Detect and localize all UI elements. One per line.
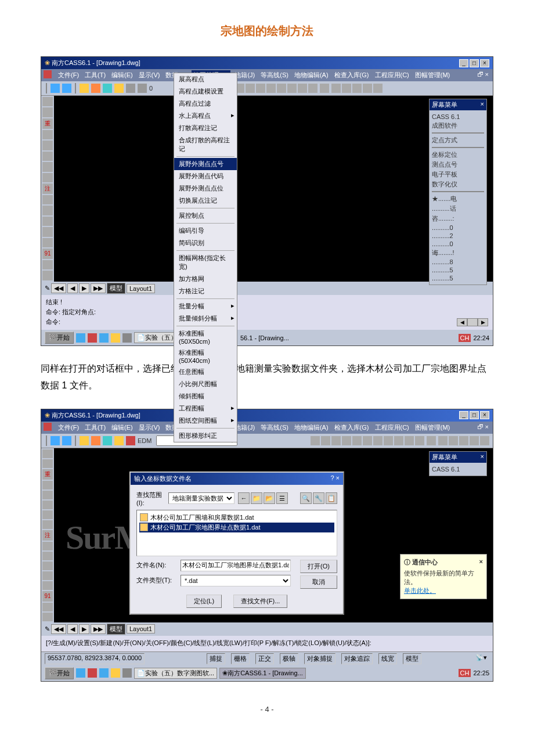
tool-icon[interactable]	[352, 436, 362, 445]
close-button[interactable]: ×	[480, 411, 489, 419]
zoom-icon[interactable]	[287, 84, 297, 93]
pencil-icon[interactable]	[352, 84, 362, 93]
minimize-button[interactable]: _	[459, 411, 468, 419]
find-file-button[interactable]: 查找文件(F)...	[233, 595, 287, 608]
task-button-active[interactable]: ❀南方CASS6.1 - [Drawing...	[219, 668, 306, 679]
quick-launch-icon[interactable]	[88, 333, 97, 343]
menu-item[interactable]: 批量倾斜分幅	[174, 312, 237, 325]
tool-icon[interactable]	[331, 84, 341, 93]
tool-icon[interactable]	[42, 542, 53, 550]
tool-icon[interactable]	[114, 436, 124, 445]
status-grid[interactable]: 栅格	[231, 653, 250, 664]
back-icon[interactable]: ←	[238, 492, 250, 504]
tool-icon[interactable]	[438, 436, 448, 445]
quick-launch-icon[interactable]	[88, 668, 97, 678]
scroll-left-icon[interactable]: ◀	[457, 318, 467, 326]
tool-icon[interactable]	[126, 84, 135, 93]
scroll-thumb[interactable]	[467, 318, 478, 326]
status-model[interactable]: 模型	[403, 653, 421, 664]
menu-item[interactable]: 倾斜图幅	[174, 390, 237, 402]
file-item[interactable]: 木材公司加工厂围墙和房屋数据1.dat	[139, 513, 334, 523]
tool-icon[interactable]	[42, 449, 53, 458]
nav-prev[interactable]: ◀	[67, 624, 78, 634]
tool-icon[interactable]	[42, 195, 53, 204]
tool-icon[interactable]	[42, 238, 53, 247]
tool-icon[interactable]	[42, 173, 53, 182]
close-button[interactable]: ×	[480, 59, 489, 67]
tool-icon[interactable]	[50, 436, 60, 445]
tool-icon[interactable]	[42, 459, 53, 468]
tool-icon[interactable]	[42, 613, 53, 621]
minimize-button[interactable]: _	[459, 59, 468, 67]
menu-item[interactable]: 图纸空间图幅	[174, 415, 237, 427]
tool-icon[interactable]	[42, 130, 53, 139]
sm-item[interactable]: 测点点号	[432, 160, 484, 170]
close-button[interactable]: ×	[336, 474, 340, 481]
menu-item[interactable]: 合成打散的高程注记	[174, 134, 237, 155]
menu-item[interactable]: 批量分幅	[174, 300, 237, 312]
zoom-icon[interactable]	[277, 84, 286, 93]
quick-launch-icon[interactable]	[99, 333, 109, 343]
tool-icon[interactable]	[114, 84, 124, 93]
tool-icon[interactable]: ✎	[45, 285, 50, 292]
tool-icon[interactable]	[80, 436, 89, 445]
task-button[interactable]: 📄实验（五）数字测图软...	[134, 668, 217, 679]
tool-icon[interactable]: 注	[42, 530, 53, 541]
nav-first[interactable]: ◀◀	[51, 283, 66, 293]
zoom-icon[interactable]	[266, 84, 276, 93]
sm-item[interactable]: 数字化仪	[432, 179, 484, 189]
menu-item[interactable]: 图形梯形纠正	[174, 430, 237, 442]
zoom-icon[interactable]	[363, 436, 372, 445]
menu-edit[interactable]: 编辑(E)	[110, 70, 135, 80]
filetype-select[interactable]: *.dat	[181, 575, 291, 586]
menu-contour[interactable]: 等高线(S)	[259, 70, 290, 80]
file-list[interactable]: 木材公司加工厂围墙和房屋数据1.dat 木材公司加工厂宗地图界址点数据1.dat	[136, 510, 337, 556]
menu-item[interactable]: 展野外测点点位	[174, 182, 237, 195]
plus-icon[interactable]	[363, 84, 372, 93]
menu-item[interactable]: 打散高程注记	[174, 122, 237, 134]
quick-launch-icon[interactable]	[111, 668, 120, 678]
folder-select[interactable]: 地籍测量实验数据	[168, 492, 234, 504]
scroll-right-icon[interactable]: ▶	[478, 318, 488, 326]
tool-icon[interactable]: 🔧	[313, 492, 324, 504]
menu-item[interactable]: 简码识别	[174, 237, 237, 249]
tool-icon[interactable]	[42, 520, 53, 529]
tool-icon[interactable]	[373, 84, 383, 93]
tab-layout[interactable]: Layout1	[127, 284, 155, 293]
zoom-icon[interactable]	[394, 436, 403, 445]
menu-item[interactable]: 图幅网格(指定长宽)	[174, 252, 237, 273]
status-lwt[interactable]: 线宽	[378, 653, 397, 664]
menu-item[interactable]: 展野外测点代码	[174, 170, 237, 182]
tool-icon[interactable]	[126, 436, 135, 445]
tab-layout[interactable]: Layout1	[127, 624, 155, 633]
tool-icon[interactable]	[449, 436, 458, 445]
quick-launch-icon[interactable]	[99, 668, 109, 678]
tool-icon[interactable]	[42, 552, 53, 560]
search-icon[interactable]: 🔍	[300, 492, 312, 504]
tray-icon[interactable]: CH	[459, 669, 471, 677]
tool-icon[interactable]	[42, 491, 53, 499]
tool-icon[interactable]	[42, 260, 53, 269]
tool-icon[interactable]	[298, 84, 307, 93]
tool-icon[interactable]	[103, 436, 112, 445]
tool-icon[interactable]	[91, 84, 100, 93]
menu-file[interactable]: 文件(F)	[56, 70, 81, 80]
tool-icon[interactable]	[480, 436, 489, 445]
tool-icon[interactable]	[331, 436, 341, 445]
tool-icon[interactable]	[42, 603, 53, 611]
canvas[interactable]: SurMap.com 输入坐标数据文件名 ? × 查找范围(I): 地籍测量实验…	[54, 448, 493, 622]
tool-icon[interactable]: 📋	[326, 492, 337, 504]
file-item-selected[interactable]: 木材公司加工厂宗地图界址点数据1.dat	[139, 523, 334, 532]
new-folder-icon[interactable]: 📂	[264, 492, 275, 504]
mdi-close[interactable]: 🗗 ×	[475, 423, 490, 433]
maximize-button[interactable]: □	[470, 411, 479, 419]
tool-icon[interactable]	[42, 141, 53, 150]
cmd-prompt[interactable]	[46, 648, 488, 649]
help-button[interactable]: ?	[330, 474, 334, 481]
start-button[interactable]: 🏁开始	[45, 667, 74, 679]
menu-item[interactable]: 水上高程点	[174, 110, 237, 122]
menu-item[interactable]: 小比例尺图幅	[174, 378, 237, 390]
menu-object-edit[interactable]: 地物编辑(A)	[293, 423, 330, 433]
canvas[interactable]: 定 显 示 区 改变当前图形比例尺 展高程点 高程点建模设置 高程点过滤 水上高…	[54, 96, 493, 282]
tool-icon[interactable]	[42, 152, 53, 161]
